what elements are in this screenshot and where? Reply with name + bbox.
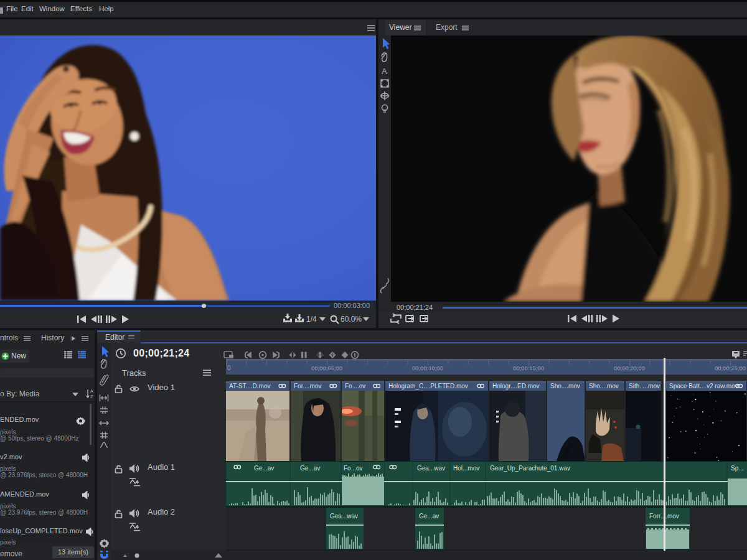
svg-text:Gea...wav: Gea...wav	[330, 513, 358, 520]
svg-text:A: A	[90, 389, 93, 393]
svg-text:Hologr....ED.mov: Hologr....ED.mov	[492, 383, 540, 390]
svg-text:Sp...: Sp...	[731, 465, 744, 472]
svg-text:Sho....mov: Sho....mov	[589, 383, 619, 390]
svg-text:For....mov: For....mov	[294, 383, 321, 390]
svg-text:1/4: 1/4	[306, 315, 317, 324]
svg-text:Fo....ov: Fo....ov	[345, 383, 365, 390]
svg-text:Fo...ov: Fo...ov	[344, 465, 363, 472]
svg-text:00;00;15;00: 00;00;15;00	[513, 365, 544, 371]
svg-text:00;00;10;00: 00;00;10;00	[412, 365, 443, 371]
svg-text:Ge...av: Ge...av	[254, 465, 274, 472]
svg-text:Ge...av: Ge...av	[300, 465, 320, 472]
svg-text:A: A	[382, 67, 387, 76]
svg-text:Gear_Up_Parachute_01.wav: Gear_Up_Parachute_01.wav	[490, 465, 570, 472]
svg-text:00;00;20;00: 00;00;20;00	[614, 365, 645, 371]
svg-text:0: 0	[227, 365, 231, 371]
svg-text:Hol...mov: Hol...mov	[453, 465, 479, 472]
svg-text:00;00;25;00: 00;00;25;00	[715, 365, 746, 371]
svg-text:60.0%: 60.0%	[341, 315, 362, 324]
svg-text:Gea...wav: Gea...wav	[417, 465, 445, 472]
svg-text:AT-ST....D.mov: AT-ST....D.mov	[229, 383, 271, 390]
svg-text:Z: Z	[90, 394, 93, 399]
svg-text:Sith.....mov: Sith.....mov	[629, 383, 660, 390]
svg-text:00;00;05;00: 00;00;05;00	[311, 365, 342, 371]
svg-text:Ge...av: Ge...av	[419, 513, 439, 520]
svg-text:Space Batt....v2 raw.mov: Space Batt....v2 raw.mov	[669, 383, 738, 390]
svg-text:Sho....mov: Sho....mov	[550, 383, 580, 390]
svg-text:Hologram_C....PLETED.mov: Hologram_C....PLETED.mov	[388, 383, 468, 390]
